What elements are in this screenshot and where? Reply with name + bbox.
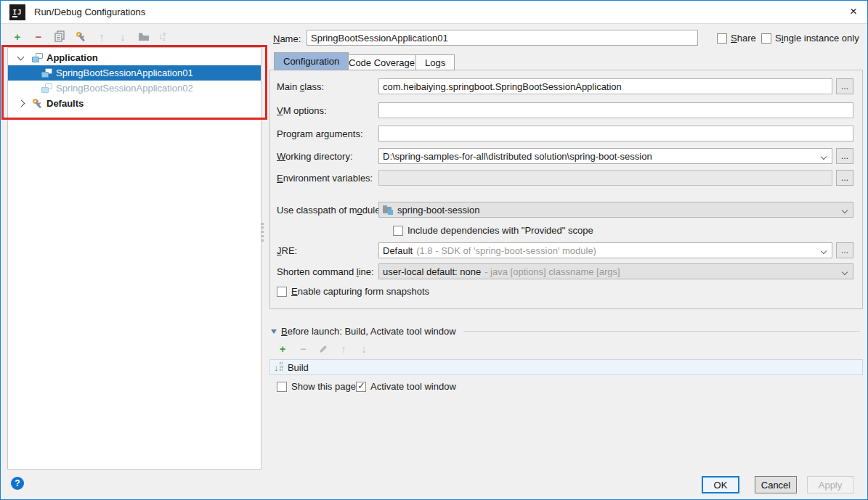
add-configuration-button[interactable]: + — [11, 30, 24, 43]
jre-combobox[interactable]: Default(1.8 - SDK of 'spring-boot-sessio… — [378, 242, 832, 258]
edit-defaults-wrench-icon[interactable] — [74, 30, 87, 43]
program-arguments-input[interactable] — [378, 126, 853, 142]
name-label: Name: — [273, 33, 301, 44]
enable-form-snapshots-checkbox[interactable]: Enable capturing form snapshots — [277, 286, 429, 297]
combo-chevron-icon[interactable] — [842, 208, 848, 213]
activate-tool-window-checkbox[interactable]: ✓ Activate tool window — [356, 381, 456, 392]
vm-options-label: VM options: — [277, 105, 327, 116]
tree-item-label: SpringBootSessionApplication02 — [56, 83, 193, 94]
tree-item-springbootsessionapplication01[interactable]: SpringBootSessionApplication01 — [8, 65, 261, 81]
single-instance-only-checkbox[interactable]: Single instance only — [761, 33, 859, 44]
title-bar: IJ Run/Debug Configurations × — [1, 1, 867, 24]
share-checkbox[interactable]: Share — [717, 33, 756, 44]
program-arguments-label: Program arguments: — [277, 128, 363, 139]
include-provided-scope-checkbox[interactable]: Include dependencies with "Provided" sco… — [393, 225, 593, 236]
tab-configuration[interactable]: Configuration — [274, 52, 349, 70]
panel-splitter-handle[interactable] — [261, 223, 264, 242]
configurations-tree: Application SpringBootSessionApplication… — [7, 47, 261, 470]
move-task-up-icon: ↑ — [338, 343, 349, 355]
sort-configurations-icon: ↓ a z — [158, 31, 166, 41]
working-directory-browse-button[interactable]: ... — [836, 148, 853, 164]
before-launch-toolbar: + − ↑ ↓ — [277, 343, 370, 355]
copy-configuration-icon[interactable] — [53, 30, 66, 43]
task-label: Build — [288, 362, 309, 373]
shorten-command-line-label: Shorten command line: — [277, 266, 374, 277]
folder-icon[interactable] — [137, 30, 150, 43]
remove-configuration-button[interactable]: − — [32, 30, 45, 43]
show-this-page-checkbox[interactable]: Show this page — [277, 381, 356, 392]
environment-variables-input[interactable] — [378, 170, 832, 186]
application-run-config-icon — [41, 83, 52, 93]
edit-task-pencil-icon — [317, 343, 329, 355]
tab-logs[interactable]: Logs — [415, 54, 455, 70]
tree-item-label: Defaults — [46, 98, 84, 109]
apply-button: Apply — [807, 476, 853, 493]
help-button[interactable]: ? — [11, 477, 24, 490]
tree-item-label: Application — [46, 52, 98, 63]
checkbox-box[interactable] — [717, 33, 727, 44]
main-class-label: Main class: — [277, 81, 324, 92]
jre-label: JRE: — [277, 245, 297, 256]
checkbox-box[interactable] — [393, 226, 403, 236]
remove-task-icon: − — [297, 343, 309, 355]
dialog-title: Run/Debug Configurations — [34, 7, 145, 17]
use-classpath-label: Use classpath of module: — [277, 205, 383, 216]
add-task-button[interactable]: + — [277, 343, 288, 355]
name-input[interactable] — [307, 30, 698, 46]
section-divider — [463, 331, 860, 332]
checkbox-box[interactable] — [761, 33, 771, 44]
chevron-down-icon[interactable] — [17, 53, 25, 60]
main-class-browse-button[interactable]: ... — [836, 78, 853, 94]
combo-chevron-icon[interactable] — [821, 154, 827, 160]
environment-variables-label: Environment variables: — [277, 173, 373, 184]
module-icon — [383, 206, 393, 214]
working-directory-label: Working directory: — [277, 151, 353, 162]
tree-item-application[interactable]: Application — [8, 50, 261, 65]
before-launch-section-header[interactable]: Before launch: Build, Activate tool wind… — [271, 326, 860, 337]
combo-chevron-icon[interactable] — [821, 248, 827, 254]
configurations-toolbar: + − ↑ ↓ ↓ — [11, 30, 166, 43]
combo-chevron-icon[interactable] — [842, 269, 848, 275]
close-icon[interactable]: × — [850, 4, 857, 19]
move-up-icon: ↑ — [95, 30, 108, 43]
tree-item-label: SpringBootSessionApplication01 — [56, 67, 193, 78]
application-type-icon — [32, 53, 43, 62]
collapse-triangle-icon[interactable] — [271, 329, 277, 334]
jre-browse-button[interactable]: ... — [836, 242, 853, 258]
before-launch-task-build[interactable]: ↓ 01 10 01 Build — [269, 359, 863, 375]
tab-code-coverage[interactable]: Code Coverage — [339, 54, 424, 70]
checkbox-box[interactable] — [277, 382, 287, 392]
tree-item-springbootsessionapplication02[interactable]: SpringBootSessionApplication02 — [8, 81, 261, 96]
vm-options-input[interactable] — [378, 102, 853, 118]
application-run-config-icon — [41, 68, 52, 78]
build-icon: ↓ 01 10 01 — [274, 362, 283, 372]
run-debug-configurations-dialog: IJ Run/Debug Configurations × + − ↑ ↓ — [0, 0, 868, 500]
ok-button[interactable]: OK — [702, 476, 739, 493]
working-directory-combobox[interactable]: D:\spring-samples-for-all\distributed so… — [378, 148, 832, 164]
checkbox-box[interactable]: ✓ — [356, 382, 366, 392]
checkbox-box[interactable] — [277, 287, 287, 297]
intellij-logo-icon: IJ — [9, 4, 25, 20]
environment-variables-browse-button[interactable]: ... — [836, 170, 853, 186]
chevron-right-icon[interactable] — [18, 100, 25, 107]
cancel-button[interactable]: Cancel — [755, 476, 797, 493]
defaults-wrench-icon — [31, 97, 44, 110]
main-class-input[interactable]: com.heibaiying.springboot.SpringBootSess… — [378, 78, 832, 94]
move-down-icon: ↓ — [116, 30, 129, 43]
tree-item-defaults[interactable]: Defaults — [8, 96, 261, 111]
move-task-down-icon: ↓ — [358, 343, 370, 355]
use-classpath-combobox[interactable]: spring-boot-session — [378, 202, 853, 218]
shorten-command-line-combobox[interactable]: user-local default: none- java [options]… — [378, 263, 853, 279]
check-icon: ✓ — [357, 380, 365, 391]
